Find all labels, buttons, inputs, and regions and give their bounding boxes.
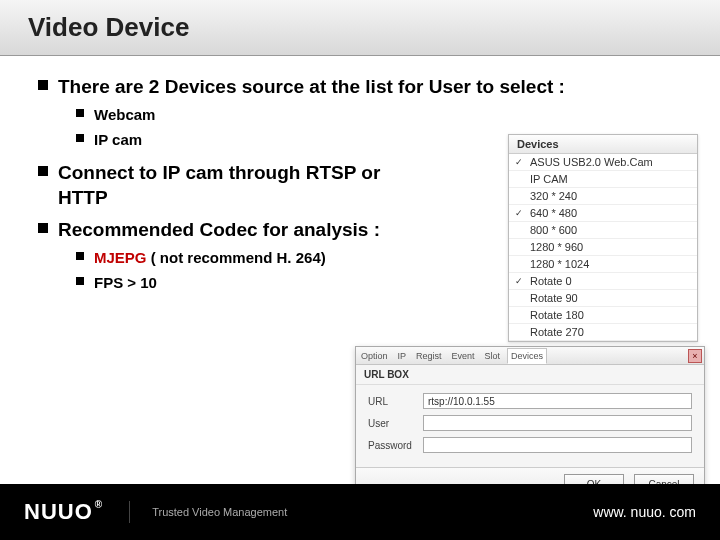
sub-text: FPS > 10 [94,272,157,293]
check-icon: ✓ [513,208,524,219]
rotate-option[interactable]: Rotate 270 [509,324,697,341]
device-label: ASUS USB2.0 Web.Cam [530,156,653,168]
resolution-option[interactable]: 320 * 240 [509,188,697,205]
resolution-option[interactable]: 1280 * 1024 [509,256,697,273]
registered-icon: ® [95,499,103,510]
footer-tagline: Trusted Video Management [129,501,287,523]
device-option[interactable]: ✓ASUS USB2.0 Web.Cam [509,154,697,171]
rotate-label: Rotate 270 [530,326,584,338]
dialog-title: URL BOX [356,365,704,385]
check-icon [513,225,524,236]
bullet-icon [76,134,84,142]
resolution-option[interactable]: 1280 * 960 [509,239,697,256]
check-icon: ✓ [513,276,524,287]
logo-text: NUUO [24,499,93,525]
sub-item-webcam: Webcam [76,104,682,125]
check-icon [513,327,524,338]
user-label: User [368,418,423,429]
footer-url: www. nuuo. com [593,504,696,520]
devices-panel-header: Devices [509,135,697,154]
logo: NUUO ® [24,499,103,525]
rotate-option[interactable]: Rotate 180 [509,307,697,324]
footer: NUUO ® Trusted Video Management www. nuu… [0,484,720,540]
bullet-icon [38,223,48,233]
title-bar: Video Device [0,0,720,56]
rotate-option[interactable]: Rotate 90 [509,290,697,307]
sub-text: MJEPG ( not recommend H. 264) [94,247,326,268]
bullet-icon [38,166,48,176]
url-label: URL [368,396,423,407]
tab-devices[interactable]: Devices [507,348,547,364]
bullet-text: There are 2 Devices source at the list f… [58,74,565,100]
sub-text: IP cam [94,129,142,150]
bullet-text: Recommended Codec for analysis : [58,217,380,243]
check-icon: ✓ [513,157,524,168]
bullet-icon [38,80,48,90]
bullet-icon [76,252,84,260]
bullet-devices-source: There are 2 Devices source at the list f… [38,74,682,100]
tab-regist[interactable]: Regist [413,349,445,363]
resolution-label: 640 * 480 [530,207,577,219]
devices-panel: Devices ✓ASUS USB2.0 Web.Cam IP CAM 320 … [508,134,698,342]
password-label: Password [368,440,423,451]
close-icon[interactable]: × [688,349,702,363]
resolution-option[interactable]: 800 * 600 [509,222,697,239]
resolution-label: 800 * 600 [530,224,577,236]
bullet-text: Connect to IP cam through RTSP or HTTP [58,160,418,211]
dialog-body: URL rtsp://10.0.1.55 User Password [356,385,704,467]
user-input[interactable] [423,415,692,431]
url-box-dialog: Option IP Regist Event Slot Devices × UR… [355,346,705,501]
resolution-label: 320 * 240 [530,190,577,202]
check-icon [513,293,524,304]
check-icon [513,174,524,185]
check-icon [513,259,524,270]
dialog-tabs: Option IP Regist Event Slot Devices × [356,347,704,365]
codec-name: MJEPG [94,249,147,266]
rotate-option[interactable]: ✓Rotate 0 [509,273,697,290]
resolution-label: 1280 * 1024 [530,258,589,270]
rotate-label: Rotate 180 [530,309,584,321]
tab-option[interactable]: Option [358,349,391,363]
check-icon [513,310,524,321]
bullet-icon [76,277,84,285]
page-title: Video Device [28,12,692,43]
rotate-label: Rotate 0 [530,275,572,287]
device-label: IP CAM [530,173,568,185]
bullet-icon [76,109,84,117]
check-icon [513,242,524,253]
tab-ip[interactable]: IP [395,349,410,363]
device-option[interactable]: IP CAM [509,171,697,188]
resolution-option[interactable]: ✓640 * 480 [509,205,697,222]
password-input[interactable] [423,437,692,453]
tab-event[interactable]: Event [449,349,478,363]
resolution-label: 1280 * 960 [530,241,583,253]
rotate-label: Rotate 90 [530,292,578,304]
url-input[interactable]: rtsp://10.0.1.55 [423,393,692,409]
codec-note: ( not recommend H. 264) [147,249,326,266]
tab-slot[interactable]: Slot [482,349,504,363]
sub-text: Webcam [94,104,155,125]
check-icon [513,191,524,202]
